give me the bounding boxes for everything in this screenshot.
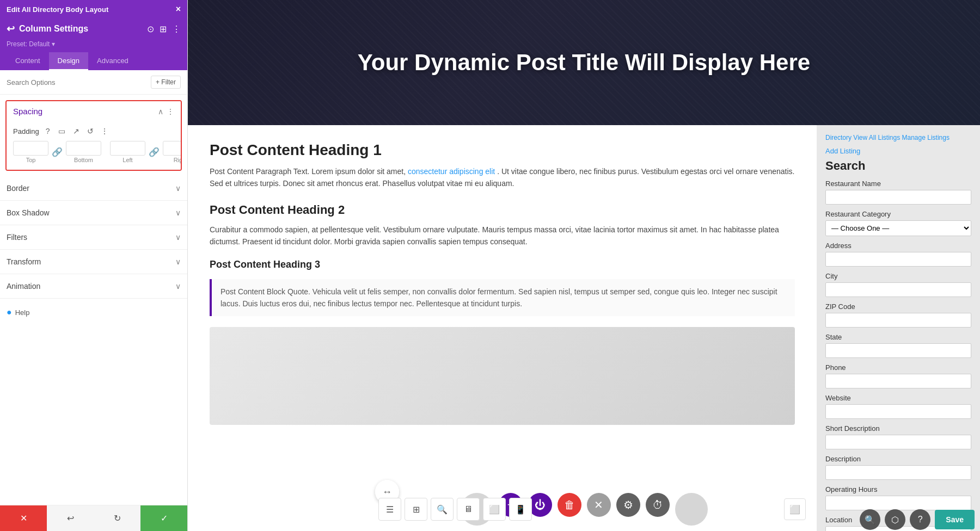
search-options-input[interactable]	[7, 78, 146, 87]
padding-left-input[interactable]: 25px	[110, 141, 145, 156]
main-content: Your Dynamic Post Title Will Display Her…	[188, 0, 980, 531]
search-filter-row: + Filter	[0, 70, 187, 95]
builder-tablet-button[interactable]: ⬜	[483, 498, 506, 521]
tab-content[interactable]: Content	[7, 52, 49, 70]
panel-content: Spacing ∧ ⋮ Padding ? ▭ ↗ ↺ ⋮ 25px	[0, 95, 187, 505]
focus-icon[interactable]: ⊙	[147, 24, 154, 34]
animation-label: Animation	[7, 282, 40, 291]
preset-label[interactable]: Preset: Default ▾	[0, 40, 187, 52]
spacing-menu-icon[interactable]: ⋮	[167, 107, 174, 116]
tab-advanced[interactable]: Advanced	[88, 52, 137, 70]
border-header[interactable]: Border ∨	[7, 176, 181, 200]
spacing-section-header[interactable]: Spacing ∧ ⋮	[7, 101, 181, 121]
panel-title-icons: ⊙ ⊞ ⋮	[147, 24, 181, 34]
padding-device-icon[interactable]: ▭	[57, 126, 68, 137]
builder-bar-right: 🔍 ⬡ ? Save	[860, 509, 975, 530]
builder-close-button[interactable]: ✕	[587, 493, 611, 517]
sidebar-field-select-1[interactable]: — Choose One —	[825, 220, 971, 236]
breadcrumb-all-listings[interactable]: All Listings	[869, 134, 900, 141]
padding-bottom-label: Bottom	[74, 157, 93, 163]
box-shadow-section: Box Shadow ∨	[0, 201, 187, 225]
save-check-button[interactable]: ✓	[140, 505, 187, 531]
padding-left-label: Left	[122, 157, 132, 163]
padding-label: Padding	[13, 127, 39, 135]
post-image-placeholder	[210, 327, 795, 425]
builder-layers-icon-button[interactable]: ⬡	[885, 509, 905, 530]
close-button[interactable]: ×	[176, 4, 181, 14]
sidebar-field-input-8[interactable]	[825, 435, 971, 449]
columns-icon[interactable]: ⊞	[160, 24, 167, 34]
builder-delete-button[interactable]: 🗑	[558, 493, 581, 517]
add-listing-link[interactable]: Add Listing	[825, 147, 860, 155]
filters-label: Filters	[7, 233, 27, 242]
panel-title-inner: ↩ Column Settings	[7, 23, 88, 35]
builder-divider-button[interactable]: ⬜	[784, 498, 806, 520]
sidebar-field-input-10[interactable]	[825, 496, 971, 510]
sidebar-field-input-9[interactable]	[825, 465, 971, 480]
border-label: Border	[7, 184, 29, 193]
animation-header[interactable]: Animation ∨	[7, 274, 181, 298]
breadcrumb-directory[interactable]: Directory View	[825, 134, 867, 141]
padding-help-icon[interactable]: ?	[42, 126, 53, 137]
sidebar-field-label-5: State	[825, 333, 971, 341]
animation-chevron-icon: ∨	[175, 282, 181, 291]
padding-right-group: 25px Right	[163, 141, 182, 163]
spacing-header-icons: ∧ ⋮	[158, 107, 174, 116]
box-shadow-header[interactable]: Box Shadow ∨	[7, 201, 181, 225]
transform-section: Transform ∨	[0, 250, 187, 274]
breadcrumb: Directory View All Listings Manage Listi…	[825, 134, 971, 141]
sidebar-field-input-0[interactable]	[825, 190, 971, 205]
sidebar-field-label-4: ZIP Code	[825, 302, 971, 311]
save-button[interactable]: Save	[935, 510, 975, 529]
filters-chevron-icon: ∨	[175, 233, 181, 242]
filters-header[interactable]: Filters ∨	[7, 225, 181, 249]
panel-header: Edit All Directory Body Layout ×	[0, 0, 187, 18]
builder-desktop-button[interactable]: 🖥	[457, 498, 480, 521]
padding-more-icon[interactable]: ⋮	[99, 126, 110, 137]
builder-clock-button[interactable]: ⏱	[646, 493, 670, 517]
post-link[interactable]: consectetur adipiscing elit	[408, 167, 495, 176]
transform-label: Transform	[7, 257, 41, 266]
undo-button[interactable]: ↩	[47, 505, 94, 531]
cancel-button[interactable]: ✕	[0, 505, 47, 531]
sidebar-field-input-4[interactable]	[825, 313, 971, 328]
breadcrumb-manage[interactable]: Manage Listings	[902, 134, 950, 141]
sidebar-search-title: Search	[825, 159, 971, 173]
builder-hamburger-button[interactable]: ☰	[378, 498, 401, 521]
padding-right-input[interactable]: 25px	[163, 141, 182, 156]
builder-settings-button[interactable]: ⚙	[616, 493, 640, 517]
redo-button[interactable]: ↻	[94, 505, 140, 531]
builder-help-icon-button[interactable]: ?	[910, 509, 930, 530]
builder-search-button[interactable]: 🔍	[431, 498, 454, 521]
sidebar-field-input-5[interactable]	[825, 343, 971, 358]
left-panel: Edit All Directory Body Layout × ↩ Colum…	[0, 0, 188, 531]
link-left-right-icon[interactable]: 🔗	[148, 147, 161, 157]
padding-inputs: 25px Top 🔗 25px Bottom 25px Left 🔗	[13, 141, 174, 163]
padding-top-input[interactable]: 25px	[13, 141, 48, 156]
sidebar-field-input-6[interactable]	[825, 374, 971, 388]
builder-search-icon-button[interactable]: 🔍	[860, 509, 880, 530]
transform-header[interactable]: Transform ∨	[7, 250, 181, 274]
post-content: Post Content Heading 1 Post Content Para…	[188, 125, 817, 531]
post-blockquote: Post Content Block Quote. Vehicula velit…	[210, 279, 795, 317]
padding-bottom-group: 25px Bottom	[66, 141, 101, 163]
spacing-label: Spacing	[13, 107, 42, 116]
sidebar-field-input-7[interactable]	[825, 404, 971, 419]
filter-button[interactable]: + Filter	[151, 76, 181, 89]
more-options-icon[interactable]: ⋮	[172, 24, 181, 34]
spacing-collapse-icon[interactable]: ∧	[158, 107, 163, 116]
post-heading-2: Post Content Heading 2	[210, 203, 795, 217]
back-arrow-icon[interactable]: ↩	[7, 23, 15, 35]
padding-bottom-input[interactable]: 25px	[66, 141, 101, 156]
link-top-bottom-icon[interactable]: 🔗	[51, 147, 64, 157]
tab-design[interactable]: Design	[49, 52, 88, 70]
tab-bar: Content Design Advanced	[0, 52, 187, 70]
sidebar-field-input-2[interactable]	[825, 252, 971, 267]
sidebar-field-input-3[interactable]	[825, 282, 971, 297]
help-button[interactable]: ● Help	[0, 299, 187, 326]
padding-reset-icon[interactable]: ↺	[85, 126, 96, 137]
builder-grid-button[interactable]: ⊞	[405, 498, 427, 521]
padding-arrow-icon[interactable]: ↗	[71, 126, 82, 137]
panel-title-row: ↩ Column Settings ⊙ ⊞ ⋮	[0, 18, 187, 40]
builder-mobile-button[interactable]: 📱	[509, 498, 532, 521]
